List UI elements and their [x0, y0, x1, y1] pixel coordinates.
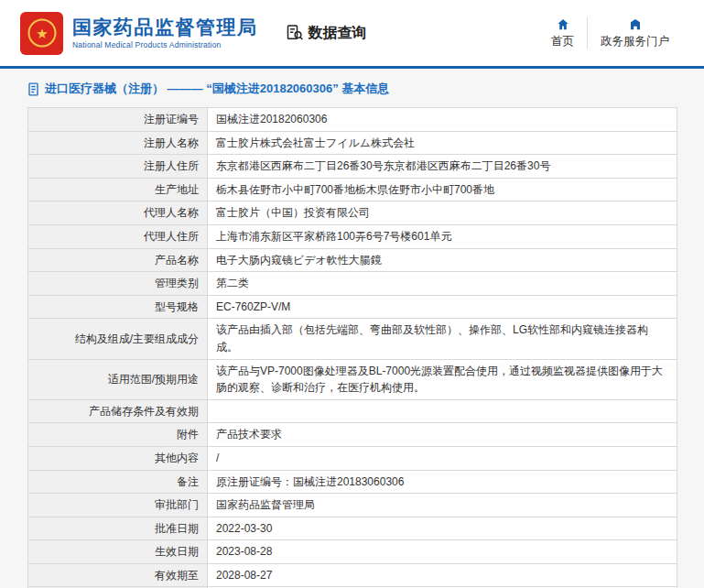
row-value: 2023-08-28	[208, 540, 677, 564]
org-title: 国家药品监督管理局 National Medical Products Admi…	[72, 16, 258, 49]
row-value: 上海市浦东新区平家桥路100弄6号7号楼601单元	[208, 224, 677, 248]
table-row: 审批部门 国家药品监督管理局	[28, 494, 677, 517]
table-row: 结构及组成/主要组成成分 该产品由插入部（包括先端部、弯曲部及软性部）、操作部、…	[28, 319, 677, 359]
table-row: 产品名称 电子大肠内窥镜ビデオ軟性大腸鏡	[28, 248, 677, 272]
org-name-en: National Medical Products Administration	[72, 40, 258, 49]
nav-portal-label: 政务服务门户	[601, 34, 669, 49]
row-label: 产品储存条件及有效期	[28, 399, 208, 423]
row-label: 代理人名称	[28, 201, 208, 225]
row-value: 富士胶片株式会社富士フイルム株式会社	[208, 131, 677, 155]
row-label: 注册人住所	[28, 155, 208, 179]
org-name-cn: 国家药品监督管理局	[72, 16, 258, 38]
row-value: 国家药品监督管理局	[208, 494, 677, 517]
row-label: 管理类别	[28, 272, 208, 296]
nmpa-logo: ★	[20, 12, 63, 55]
portal-building-icon	[628, 17, 643, 31]
table-row: 生效日期 2023-08-28	[28, 540, 677, 564]
table-row: 管理类别 第二类	[28, 272, 677, 296]
table-row: 注册人住所 东京都港区西麻布二丁目26番30号东京都港区西麻布二丁目26番30号	[28, 155, 677, 179]
row-value	[208, 399, 677, 423]
row-label: 产品名称	[28, 248, 208, 272]
row-value: 富士胶片（中国）投资有限公司	[208, 201, 677, 225]
table-row: 批准日期 2022-03-30	[28, 517, 677, 540]
home-icon	[556, 17, 570, 31]
table-row: 生产地址 栃木县佐野市小中町700番地栃木県佐野市小中町700番地	[28, 178, 677, 201]
header-nav: 首页 政务服务门户	[538, 17, 682, 49]
row-label: 批准日期	[28, 517, 208, 540]
row-value: EC-760ZP-V/M	[208, 295, 677, 319]
page-header: ★ 国家药品监督管理局 National Medical Products Ad…	[0, 0, 704, 69]
registration-info-table: 注册证编号 国械注进20182060306 注册人名称 富士胶片株式会社富士フイ…	[27, 107, 677, 588]
row-label: 型号规格	[28, 295, 208, 319]
row-value: 原注册证编号：国械注进20183060306	[208, 470, 677, 494]
data-query-icon	[286, 24, 304, 42]
row-label: 其他内容	[28, 446, 208, 470]
row-label: 适用范围/预期用途	[28, 359, 208, 399]
row-value: 2028-08-27	[208, 563, 677, 587]
row-label: 代理人住所	[28, 224, 208, 248]
row-value: 第二类	[208, 272, 677, 296]
row-label: 注册人名称	[28, 131, 208, 155]
breadcrumb-text: 进口医疗器械（注册） ——— “国械注进20182060306” 基本信息	[45, 81, 389, 97]
svg-text:★: ★	[36, 26, 48, 41]
row-value: 该产品与VP-7000图像处理器及BL-7000光源装置配合使用，通过视频监视器…	[208, 359, 677, 399]
table-row: 注册人名称 富士胶片株式会社富士フイルム株式会社	[28, 131, 677, 155]
table-row: 型号规格 EC-760ZP-V/M	[28, 295, 677, 319]
row-value: 东京都港区西麻布二丁目26番30号东京都港区西麻布二丁目26番30号	[208, 155, 677, 179]
row-label: 备注	[28, 470, 208, 494]
nav-home[interactable]: 首页	[538, 17, 587, 49]
document-icon	[27, 82, 39, 96]
table-row: 适用范围/预期用途 该产品与VP-7000图像处理器及BL-7000光源装置配合…	[28, 359, 677, 399]
nav-home-label: 首页	[551, 34, 574, 49]
table-row: 备注 原注册证编号：国械注进20183060306	[28, 470, 677, 494]
data-query-label: 数据查询	[309, 24, 367, 43]
row-value: 栃木县佐野市小中町700番地栃木県佐野市小中町700番地	[208, 178, 677, 201]
row-value: 电子大肠内窥镜ビデオ軟性大腸鏡	[208, 248, 677, 272]
row-value: 国械注进20182060306	[208, 108, 677, 132]
row-value: 该产品由插入部（包括先端部、弯曲部及软性部）、操作部、LG软性部和内窥镜连接器构…	[208, 319, 677, 359]
table-row: 产品储存条件及有效期	[28, 399, 677, 423]
row-value: 2022-03-30	[208, 517, 677, 540]
nav-portal[interactable]: 政务服务门户	[588, 17, 682, 49]
row-value: 产品技术要求	[208, 423, 677, 447]
row-label: 注册证编号	[28, 108, 208, 132]
row-label: 附件	[28, 423, 208, 447]
breadcrumb: 进口医疗器械（注册） ——— “国械注进20182060306” 基本信息	[0, 69, 704, 105]
data-query-tab[interactable]: 数据查询	[286, 24, 367, 43]
table-row: 其他内容 /	[28, 446, 677, 470]
row-label: 结构及组成/主要组成成分	[28, 319, 208, 359]
table-row: 有效期至 2028-08-27	[28, 563, 677, 587]
row-value: /	[208, 446, 677, 470]
table-row: 注册证编号 国械注进20182060306	[28, 108, 677, 132]
table-row: 代理人名称 富士胶片（中国）投资有限公司	[28, 201, 677, 225]
table-row: 附件 产品技术要求	[28, 423, 677, 447]
national-emblem-icon: ★	[26, 16, 59, 49]
table-row: 代理人住所 上海市浦东新区平家桥路100弄6号7号楼601单元	[28, 224, 677, 248]
row-label: 生效日期	[28, 540, 208, 564]
row-label: 审批部门	[28, 494, 208, 517]
row-label: 生产地址	[28, 178, 208, 201]
row-label: 有效期至	[28, 563, 208, 587]
